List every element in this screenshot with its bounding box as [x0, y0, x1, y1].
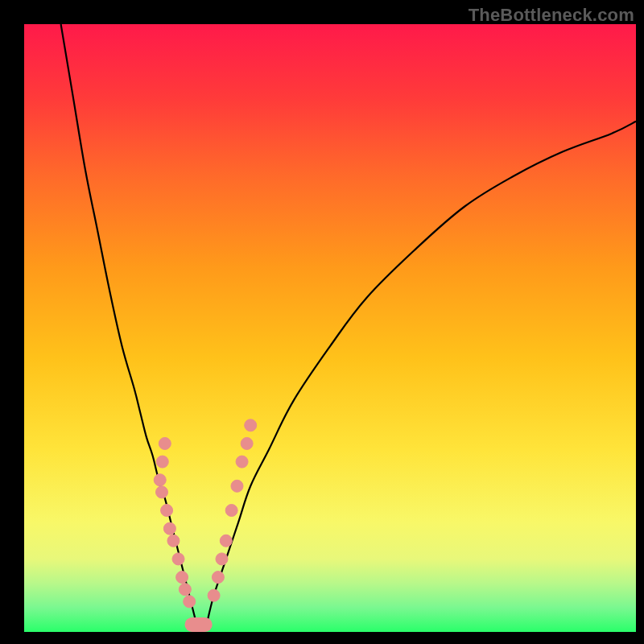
curve-svg — [24, 24, 636, 632]
chart-stage: TheBottleneck.com — [0, 0, 644, 644]
data-dot — [245, 419, 257, 431]
data-dot — [159, 437, 171, 449]
data-dot — [216, 553, 228, 565]
data-dot — [156, 486, 168, 498]
data-dot — [241, 437, 253, 449]
data-dot — [225, 505, 237, 517]
data-dot — [179, 584, 191, 596]
data-dot — [208, 589, 220, 601]
bottom-blob — [185, 617, 213, 632]
data-dot — [154, 474, 166, 486]
plot-area — [24, 24, 636, 632]
data-dot — [172, 553, 184, 565]
curve-right-arm — [208, 122, 636, 620]
bottom-cluster — [185, 617, 213, 632]
data-dot — [231, 480, 243, 492]
data-dot — [220, 535, 232, 547]
data-dot — [184, 596, 196, 608]
curve-paths — [61, 24, 636, 620]
watermark-text: TheBottleneck.com — [469, 5, 634, 26]
data-dot — [236, 456, 248, 468]
data-dot — [212, 572, 224, 584]
data-dot — [163, 522, 175, 535]
data-dot — [167, 535, 180, 547]
data-dot — [161, 505, 173, 517]
data-dot — [156, 456, 168, 468]
data-dot — [176, 572, 188, 584]
